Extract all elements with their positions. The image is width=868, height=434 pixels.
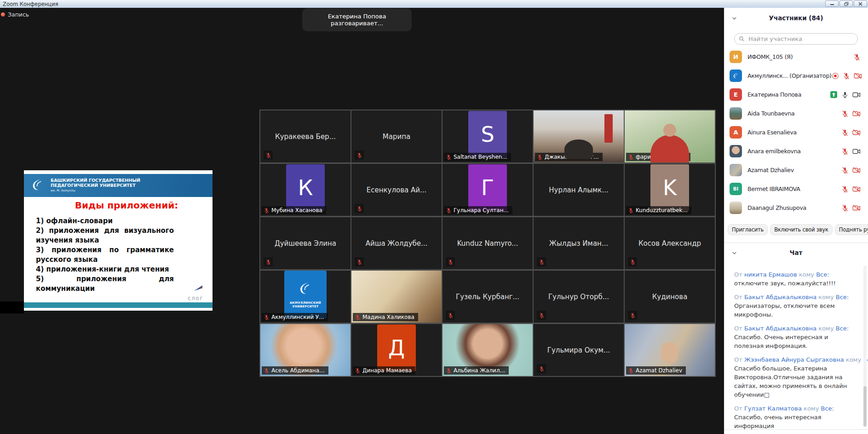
participants-collapse-chevron-icon[interactable] [731, 15, 737, 21]
video-tile[interactable]: Нурлан Алымк... [534, 164, 624, 216]
camera-muted-icon [854, 72, 862, 80]
participants-actions: Пригласить Включить свой звук Поднять ру… [728, 224, 864, 235]
chat-message-body: Спасибо большое, Екатерина Викторовна.От… [734, 364, 849, 399]
video-tile[interactable]: Айша Жолдубе... [351, 217, 442, 269]
participant-name: Марипа [351, 133, 442, 141]
university-name-line3: им. М. Акмуллы [51, 188, 140, 194]
video-grid: Куракеева Бер...МарипаSSaltanat Beyshen.… [259, 110, 716, 377]
video-tile[interactable]: ДДинара Мамаева [351, 324, 442, 376]
video-tile[interactable]: Асель Абдимана... [260, 324, 351, 376]
video-tile[interactable]: ГГульнара Султан... [443, 164, 533, 216]
video-tile[interactable]: КМубина Хасанова [260, 164, 351, 216]
restore-button[interactable] [839, 0, 853, 7]
participant-row[interactable]: AAinura Esenalieva [724, 123, 868, 142]
mic-muted-icon [853, 53, 861, 61]
chat-sender-link[interactable]: Гулзат Калматова [744, 405, 802, 412]
participant-name: Джакыпова Толг... [545, 154, 599, 160]
university-logo-icon [297, 280, 314, 300]
close-button[interactable] [854, 0, 867, 7]
chat-to-label: кому [816, 325, 836, 332]
participant-row[interactable]: BIBermet IBRAIMOVA [724, 179, 868, 198]
participant-row[interactable]: Azamat Dzhaliev [724, 161, 868, 179]
participant-row[interactable]: Daanagul Zhusupova [724, 198, 868, 217]
invite-button[interactable]: Пригласить [728, 224, 768, 235]
raise-hand-button[interactable]: Поднять руку [835, 224, 868, 235]
video-tile[interactable]: Гульмира Окум... [534, 324, 624, 376]
shared-screen-slide: БАШКИРСКИЙ ГОСУДАРСТВЕННЫЙ ПЕДАГОГИЧЕСКИ… [24, 170, 213, 311]
participant-row[interactable]: Акмуллинск... (Организатор) [724, 66, 868, 85]
video-tile[interactable]: SSaltanat Beyshen... [443, 110, 533, 162]
participants-title: Участники (84) [724, 14, 868, 22]
camera-muted-icon [852, 166, 861, 174]
unmute-button[interactable]: Включить свой звук [770, 224, 833, 235]
mic-muted-icon [628, 368, 634, 374]
chat-sender-link[interactable]: никита Ермашов [744, 271, 797, 278]
chat-from-label: От [734, 356, 744, 363]
video-tile[interactable]: Есенкулова Ай... [351, 164, 442, 216]
participant-row[interactable]: ЕЕкатерина Попова [724, 85, 868, 104]
video-tile[interactable]: KKunduzzturatbek... [625, 164, 715, 216]
chat-scrollbar-thumb[interactable] [863, 386, 867, 427]
video-tile[interactable]: Куракеева Бер... [260, 110, 351, 162]
participant-name-tag: Мадина Халикова [353, 313, 418, 321]
video-tile[interactable]: Azamat Dzhaliev [625, 324, 715, 376]
mic-muted-icon [264, 257, 273, 266]
window-title: Zoom Конференция [0, 1, 58, 7]
slide-list: 1) офлайн-словари2) приложения для визуа… [36, 216, 174, 294]
participant-name: Акмуллинск... (Организатор) [747, 72, 832, 79]
participant-avatar: BI [730, 183, 742, 195]
chat-recipient-link[interactable]: Все: [821, 405, 834, 412]
mic-muted-icon [537, 364, 546, 373]
participant-avatar [730, 202, 742, 214]
chat-sender-link[interactable]: Жээнбаева Айнура Сыргаковна [744, 356, 844, 363]
video-tile[interactable]: Кудинова [625, 271, 715, 323]
participant-name-tag: Гульнара Султан... [444, 206, 512, 214]
video-tile[interactable]: Гульнур Оторб... [534, 271, 624, 323]
side-panel: Участники (84) ИИФОМК_105 (Я)Акмуллинск.… [724, 8, 868, 434]
video-tile[interactable]: Kunduz Namyro... [443, 217, 533, 269]
video-tile[interactable]: АКМУЛЛИНСКИЙУНИВЕРСИТЕТАкмуллинский У... [260, 271, 351, 323]
mic-muted-icon [628, 311, 637, 320]
video-tile[interactable]: Жылдыз Иман... [534, 217, 624, 269]
camera-muted-icon [852, 110, 861, 118]
chat-collapse-chevron-icon[interactable] [731, 250, 737, 256]
participant-name: Альбина Жалил... [454, 367, 505, 374]
participant-search-input[interactable] [747, 35, 857, 43]
participant-name: Косов Александр [625, 239, 715, 248]
video-tile[interactable]: Джакыпова Толг... [534, 110, 624, 162]
video-tile[interactable]: Дуйшеева Элина [260, 217, 351, 269]
chat-sender-link[interactable]: Бакыт Абдыкалыковна [744, 325, 816, 332]
participant-name: Гузель Курбанг... [443, 293, 533, 301]
participant-name: фарида бечелова [636, 154, 687, 160]
slog-logo-text: слог [188, 295, 203, 301]
video-tile[interactable]: Гузель Курбанг... [443, 271, 533, 323]
video-tile[interactable]: Альбина Жалил... [443, 324, 533, 376]
chat-recipient-link[interactable]: Все: [816, 271, 829, 278]
video-tile[interactable]: Марипа [351, 110, 442, 162]
participant-avatar: K [650, 164, 689, 211]
video-tile[interactable]: Косов Александр [625, 217, 715, 269]
video-tile[interactable]: Мадина Халикова [351, 271, 442, 323]
chat-recipient-link[interactable]: Все: [836, 325, 849, 332]
mic-muted-icon [537, 257, 546, 266]
participant-status-icons [841, 185, 861, 193]
screen-share-icon [830, 91, 838, 98]
participant-row[interactable]: ИИФОМК_105 (Я) [724, 47, 868, 66]
participant-row[interactable]: Aida Tounbaevna [724, 104, 868, 123]
mic-muted-icon [355, 368, 361, 374]
slog-flag-icon [193, 284, 203, 293]
participant-avatar: Д [377, 324, 416, 371]
speaking-toast: Екатерина Попова разговаривает... [302, 8, 412, 31]
participant-avatar: Е [730, 88, 742, 101]
mic-muted-icon [446, 154, 452, 160]
participant-status-icons [832, 72, 862, 80]
chat-recipient-link[interactable]: Все: [836, 294, 849, 301]
participant-row[interactable]: Anara emilbekovna [724, 142, 868, 161]
chat-message-header: От Жээнбаева Айнура Сыргаковна кому Все: [734, 355, 849, 364]
chat-sender-link[interactable]: Бакыт Абдыкалыковна [744, 294, 816, 301]
minimize-button[interactable] [825, 0, 839, 7]
participant-name: Акмуллинский У... [271, 314, 324, 320]
video-tile[interactable]: фарида бечелова [625, 110, 715, 162]
participant-name-tag: Kunduzzturatbek... [626, 206, 691, 214]
participant-name-tag: фарида бечелова [626, 153, 690, 161]
